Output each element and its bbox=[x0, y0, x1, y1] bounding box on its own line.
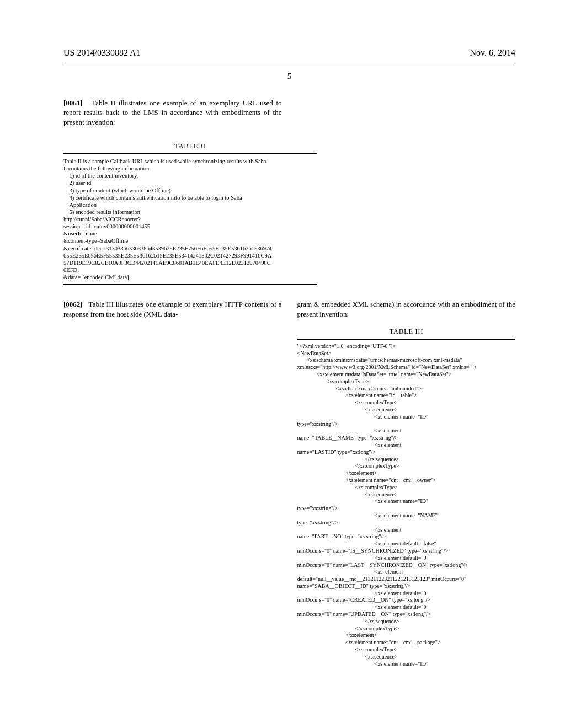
page-number: 5 bbox=[63, 71, 515, 82]
paragraph-62-left: [0062] Table III illustrates one example… bbox=[63, 299, 282, 319]
para-text-62: Table III illustrates one example of exe… bbox=[63, 300, 282, 318]
header-rule bbox=[63, 65, 515, 65]
para-num-61: [0061] bbox=[63, 99, 83, 107]
table-2-title: TABLE II bbox=[63, 141, 317, 151]
paragraph-62-right: gram & embedded XML schema) in accordanc… bbox=[297, 299, 516, 319]
para-num-62: [0062] bbox=[63, 300, 83, 308]
table-3-title: TABLE III bbox=[297, 326, 516, 336]
table-3-body: "<?xml version="1.0" encoding="UTF-8"?> … bbox=[297, 340, 516, 668]
paragraph-61: [0061] Table II illustrates one example … bbox=[63, 98, 282, 127]
para-text-61: Table II illustrates one example of an e… bbox=[63, 99, 282, 126]
publication-number: US 2014/0330882 A1 bbox=[63, 47, 141, 59]
table-2-body: Table II is a sample Callback URL which … bbox=[63, 154, 317, 284]
publication-date: Nov. 6, 2014 bbox=[470, 47, 515, 59]
